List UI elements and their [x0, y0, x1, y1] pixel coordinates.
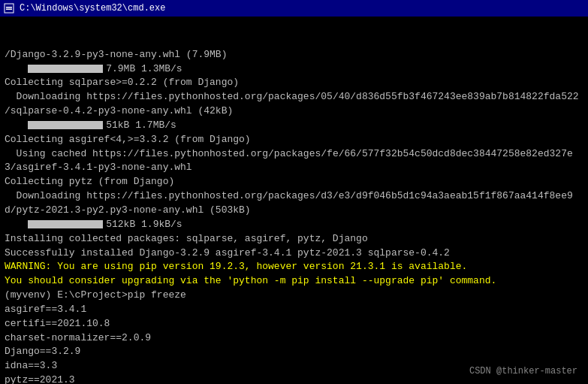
svg-rect-0 — [5, 4, 14, 13]
terminal-line: Django==3.2.9 — [5, 345, 583, 359]
terminal-line: Collecting sqlparse>=0.2.2 (from Django) — [5, 76, 583, 90]
terminal-line: /sqlparse-0.4.2-py3-none-any.whl (42kB) — [5, 104, 583, 119]
svg-rect-1 — [6, 7, 12, 8]
terminal-line: Installing collected packages: sqlparse,… — [5, 232, 583, 246]
terminal-line: 7.9MB 1.3MB/s — [5, 62, 583, 77]
title-bar-text: C:\Windows\system32\cmd.exe — [20, 3, 165, 14]
terminal-output: /Django-3.2.9-py3-none-any.whl (7.9MB) 7… — [0, 17, 588, 384]
terminal-line: Using cached https://files.pythonhosted.… — [5, 147, 583, 162]
terminal-line: Collecting asgiref<4,>=3.3.2 (from Djang… — [5, 133, 583, 147]
title-bar-icon — [3, 2, 15, 14]
terminal-window: /Django-3.2.9-py3-none-any.whl (7.9MB) 7… — [0, 17, 588, 384]
terminal-line: 51kB 1.7MB/s — [5, 119, 583, 133]
terminal-line: d/pytz-2021.3-py2.py3-none-any.whl (503k… — [5, 204, 583, 218]
title-bar: C:\Windows\system32\cmd.exe — [0, 0, 588, 17]
terminal-line: Downloading https://files.pythonhosted.o… — [5, 189, 583, 204]
terminal-line: 512kB 1.9kB/s — [5, 218, 583, 232]
terminal-line: (myvenv) E:\cProject>pip freeze — [5, 289, 583, 303]
terminal-line: certifi==2021.10.8 — [5, 317, 583, 331]
terminal-line: Successfully installed Django-3.2.9 asgi… — [5, 246, 583, 261]
terminal-line: asgiref==3.4.1 — [5, 303, 583, 317]
terminal-line: Collecting pytz (from Django) — [5, 175, 583, 189]
terminal-line: 3/asgiref-3.4.1-py3-none-any.whl — [5, 161, 583, 175]
terminal-line: charset-normalizer==2.0.9 — [5, 331, 583, 346]
terminal-line: WARNING: You are using pip version 19.2.… — [5, 260, 583, 274]
terminal-line: Downloading https://files.pythonhosted.o… — [5, 90, 583, 104]
svg-rect-2 — [6, 9, 12, 11]
watermark-text: CSDN @thinker-master — [469, 366, 577, 376]
terminal-line: You should consider upgrading via the 'p… — [5, 274, 583, 289]
terminal-line: /Django-3.2.9-py3-none-any.whl (7.9MB) — [5, 48, 583, 62]
